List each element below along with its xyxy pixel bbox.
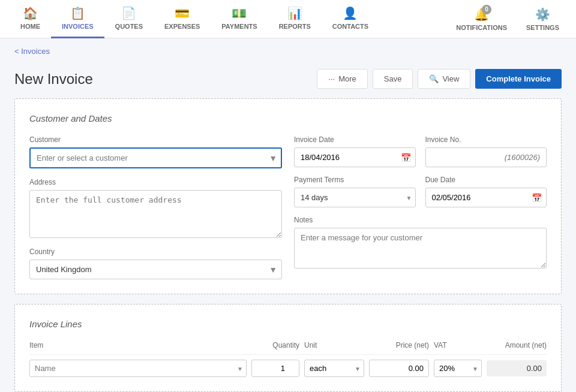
payment-terms-label: Payment Terms: [294, 176, 416, 184]
nav-quotes[interactable]: 📄 QUOTES: [104, 0, 154, 38]
notes-label: Notes: [294, 216, 547, 224]
notifications-label: NOTIFICATIONS: [456, 24, 507, 31]
customer-label: Customer: [29, 135, 282, 144]
invoice-no-group: Invoice No.: [425, 135, 547, 167]
nav-contacts-label: CONTACTS: [332, 23, 368, 30]
lines-column-headers: Item Quantity Unit Price (net) VAT Amoun…: [29, 341, 547, 355]
col-item-header: Item: [29, 341, 247, 349]
customer-field-group: Customer ▼: [29, 135, 282, 168]
expenses-icon: 💳: [175, 6, 190, 20]
line-unit-select[interactable]: each hour day kg: [304, 360, 364, 377]
header-actions: ··· More Save 🔍 View Complete Invoice: [317, 69, 562, 89]
customer-section-title: Customer and Dates: [29, 113, 547, 123]
nav-expenses-label: EXPENSES: [164, 23, 200, 30]
nav-reports-label: REPORTS: [279, 23, 311, 30]
line-amount-cell: 0.00: [487, 360, 547, 376]
complete-invoice-button[interactable]: Complete Invoice: [475, 69, 562, 89]
nav-invoices[interactable]: 📋 INVOICES: [51, 0, 104, 38]
customer-form-right: Invoice Date 📅 Invoice No. Payment Terms: [294, 135, 547, 279]
col-unit-header: Unit: [304, 341, 364, 349]
col-quantity-header: Quantity: [251, 341, 299, 349]
line-price-input[interactable]: [369, 360, 429, 377]
invoice-date-input[interactable]: [294, 147, 416, 167]
nav-quotes-label: QUOTES: [115, 23, 143, 30]
nav-payments-label: PAYMENTS: [221, 23, 257, 30]
main-content: Customer and Dates Customer ▼ Address Co…: [0, 98, 576, 392]
payment-terms-group: Payment Terms 7 days 14 days 30 days 60 …: [294, 176, 416, 207]
invoice-no-input[interactable]: [425, 147, 547, 167]
customer-form-left: Customer ▼ Address Country United Kingdo…: [29, 135, 282, 279]
nav-right-actions: 🔔 0 NOTIFICATIONS ⚙️ SETTINGS: [449, 2, 566, 36]
customer-dates-section: Customer and Dates Customer ▼ Address Co…: [14, 98, 562, 294]
nav-payments[interactable]: 💵 PAYMENTS: [211, 0, 268, 38]
address-input[interactable]: [29, 190, 282, 238]
country-select-wrapper: United Kingdom United States Canada Aust…: [29, 260, 282, 279]
complete-invoice-label: Complete Invoice: [486, 74, 551, 83]
payments-icon: 💵: [232, 6, 247, 20]
notes-group: Notes: [294, 216, 547, 269]
view-button[interactable]: 🔍 View: [418, 69, 470, 89]
payment-terms-select[interactable]: 7 days 14 days 30 days 60 days: [294, 188, 416, 207]
breadcrumb[interactable]: < Invoices: [0, 38, 576, 64]
nav-expenses[interactable]: 💳 EXPENSES: [154, 0, 211, 38]
invoice-lines-title: Invoice Lines: [29, 319, 547, 329]
home-icon: 🏠: [23, 6, 38, 20]
page-title: New Invoice: [14, 71, 317, 88]
payment-terms-wrapper: 7 days 14 days 30 days 60 days ▼: [294, 188, 416, 207]
country-label: Country: [29, 248, 282, 256]
notifications-button[interactable]: 🔔 0 NOTIFICATIONS: [449, 2, 514, 36]
customer-form-grid: Customer ▼ Address Country United Kingdo…: [29, 135, 547, 279]
address-field-group: Address: [29, 178, 282, 238]
more-button-label: More: [338, 74, 356, 83]
nav-home[interactable]: 🏠 HOME: [10, 0, 51, 38]
country-field-group: Country United Kingdom United States Can…: [29, 248, 282, 279]
due-date-wrapper: 📅: [425, 188, 547, 207]
notification-badge-wrapper: 🔔 0: [474, 7, 489, 22]
nav-contacts[interactable]: 👤 CONTACTS: [322, 0, 379, 38]
line-quantity-input[interactable]: [251, 360, 299, 377]
invoice-date-group: Invoice Date 📅: [294, 135, 416, 167]
reports-icon: 📊: [287, 6, 302, 20]
nav-reports[interactable]: 📊 REPORTS: [268, 0, 322, 38]
payment-terms-due-row: Payment Terms 7 days 14 days 30 days 60 …: [294, 176, 547, 207]
due-date-label: Due Date: [425, 176, 547, 184]
address-label: Address: [29, 178, 282, 186]
line-vat-select[interactable]: 0% 5% 20%: [434, 360, 482, 377]
country-select[interactable]: United Kingdom United States Canada Aust…: [29, 260, 282, 279]
invoice-date-label: Invoice Date: [294, 135, 416, 144]
line-item-input[interactable]: [29, 360, 247, 377]
contacts-icon: 👤: [343, 6, 358, 20]
invoice-no-label: Invoice No.: [425, 135, 547, 144]
line-vat-cell: 0% 5% 20% ▼: [434, 360, 482, 377]
view-button-label: View: [442, 74, 459, 83]
due-date-calendar-icon[interactable]: 📅: [532, 193, 542, 203]
save-button[interactable]: Save: [373, 69, 413, 89]
invoice-date-no-row: Invoice Date 📅 Invoice No.: [294, 135, 547, 167]
breadcrumb-text: < Invoices: [14, 47, 50, 56]
quotes-icon: 📄: [121, 6, 136, 20]
search-icon: 🔍: [429, 74, 439, 83]
settings-label: SETTINGS: [526, 24, 559, 31]
more-button[interactable]: ··· More: [317, 69, 367, 89]
settings-button[interactable]: ⚙️ SETTINGS: [519, 2, 566, 36]
line-unit-cell: each hour day kg ▼: [304, 360, 364, 377]
nav-invoices-label: INVOICES: [62, 23, 94, 30]
notification-count: 0: [482, 5, 491, 14]
invoice-date-calendar-icon[interactable]: 📅: [401, 153, 411, 162]
more-dots-icon: ···: [328, 74, 335, 83]
line-item-cell: ▼: [29, 360, 247, 377]
due-date-input[interactable]: [425, 188, 547, 207]
invoice-date-wrapper: 📅: [294, 147, 416, 167]
customer-input[interactable]: [29, 147, 282, 168]
nav-home-label: HOME: [20, 23, 40, 30]
notes-input[interactable]: [294, 228, 547, 269]
line-price-cell: [369, 360, 429, 377]
invoice-lines-section: Invoice Lines Item Quantity Unit Price (…: [14, 304, 562, 392]
top-navigation: 🏠 HOME 📋 INVOICES 📄 QUOTES 💳 EXPENSES 💵 …: [0, 0, 576, 38]
gear-icon: ⚙️: [535, 7, 550, 22]
line-quantity-cell: [251, 360, 299, 377]
col-vat-header: VAT: [434, 341, 482, 349]
save-button-label: Save: [384, 74, 402, 83]
table-row: ▼ each hour day kg ▼ 0% 5%: [29, 360, 547, 377]
col-price-header: Price (net): [369, 341, 429, 349]
